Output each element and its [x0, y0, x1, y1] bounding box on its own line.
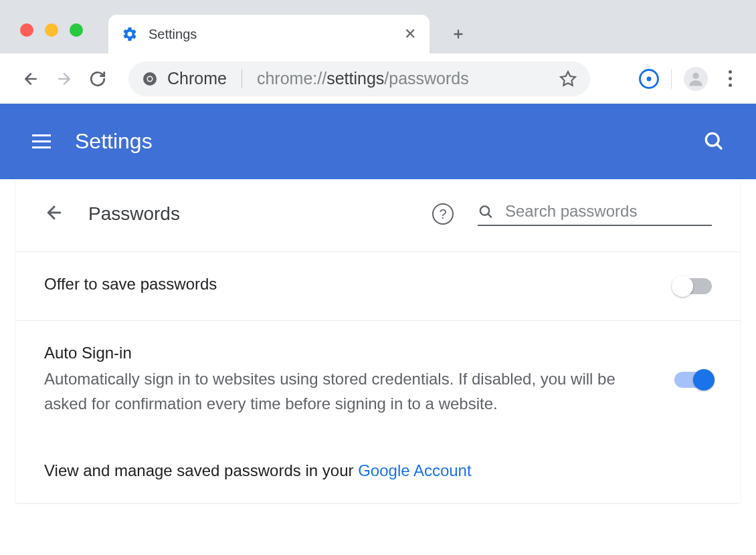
- close-tab-button[interactable]: ✕: [404, 25, 416, 43]
- help-icon[interactable]: ?: [432, 203, 454, 225]
- close-window-button[interactable]: [20, 23, 33, 37]
- separator: [671, 69, 672, 89]
- chrome-icon: [142, 71, 158, 87]
- back-arrow-button[interactable]: [44, 203, 64, 225]
- svg-point-3: [647, 76, 652, 81]
- setting-description: Automatically sign in to websites using …: [44, 366, 648, 416]
- search-passwords-input[interactable]: [505, 202, 712, 221]
- url-scheme-label: Chrome: [167, 69, 227, 88]
- google-account-link[interactable]: Google Account: [358, 461, 471, 479]
- profile-avatar[interactable]: [684, 67, 708, 91]
- auto-signin-row: Auto Sign-in Automatically sign in to we…: [16, 320, 740, 439]
- maximize-window-button[interactable]: [70, 23, 83, 37]
- window-controls: [20, 23, 83, 37]
- page-title: Passwords: [88, 203, 180, 225]
- new-tab-button[interactable]: [450, 25, 467, 43]
- forward-button[interactable]: [50, 64, 79, 94]
- titlebar: Settings ✕: [0, 0, 756, 53]
- svg-point-2: [148, 77, 152, 81]
- auto-signin-toggle[interactable]: [674, 372, 712, 388]
- svg-point-4: [692, 72, 698, 78]
- search-icon: [478, 203, 493, 220]
- back-button[interactable]: [16, 64, 45, 94]
- header-search-button[interactable]: [702, 130, 724, 154]
- gear-icon: [122, 26, 138, 42]
- separator: [242, 70, 242, 88]
- link-prefix-text: View and manage saved passwords in your: [44, 461, 358, 479]
- browser-toolbar: Chrome chrome://settings/passwords: [0, 53, 756, 104]
- settings-card: Passwords ? Offer to save passwords Auto…: [16, 179, 740, 503]
- page-header: Passwords ?: [16, 202, 740, 251]
- settings-app-header: Settings: [0, 104, 756, 179]
- browser-tab[interactable]: Settings ✕: [108, 15, 430, 53]
- bookmark-star-icon[interactable]: [559, 70, 577, 88]
- offer-save-passwords-row: Offer to save passwords: [16, 251, 740, 320]
- address-bar[interactable]: Chrome chrome://settings/passwords: [128, 62, 590, 96]
- search-passwords-field[interactable]: [478, 202, 712, 226]
- google-account-link-row: View and manage saved passwords in your …: [16, 439, 740, 503]
- tab-title: Settings: [149, 27, 404, 42]
- url-text: chrome://settings/passwords: [257, 69, 550, 88]
- setting-title: Offer to save passwords: [44, 275, 648, 294]
- hamburger-menu-button[interactable]: [32, 134, 51, 148]
- kebab-menu-button[interactable]: [720, 70, 740, 87]
- setting-title: Auto Sign-in: [44, 344, 648, 362]
- reload-button[interactable]: [83, 64, 112, 94]
- extension-icon[interactable]: [639, 69, 659, 89]
- app-title: Settings: [75, 129, 153, 154]
- minimize-window-button[interactable]: [45, 23, 58, 37]
- offer-save-passwords-toggle[interactable]: [674, 278, 712, 294]
